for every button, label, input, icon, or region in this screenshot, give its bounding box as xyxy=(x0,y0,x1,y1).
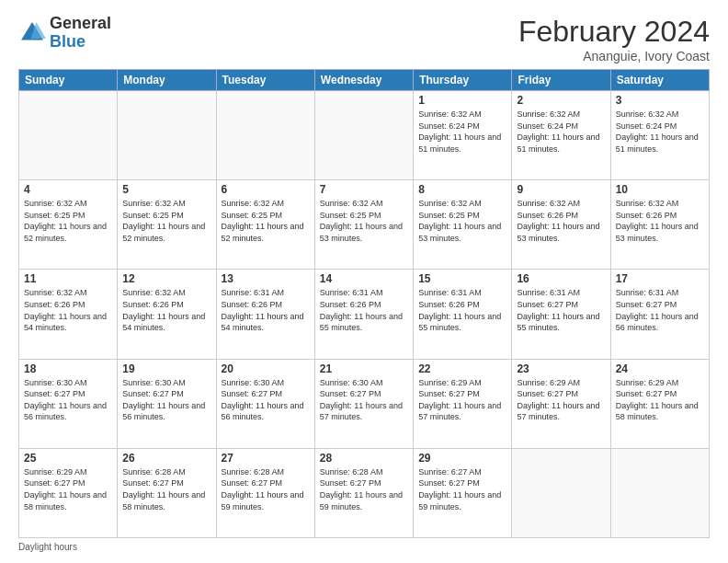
month-title: February 2024 xyxy=(518,15,710,49)
logo-icon xyxy=(18,19,46,47)
calendar-cell: 5Sunrise: 6:32 AMSunset: 6:25 PMDaylight… xyxy=(118,180,216,270)
day-info: Sunrise: 6:28 AMSunset: 6:27 PMDaylight:… xyxy=(122,466,210,512)
day-number: 16 xyxy=(517,272,605,285)
weekday-header-wednesday: Wednesday xyxy=(314,70,413,91)
day-number: 26 xyxy=(122,452,210,465)
day-info: Sunrise: 6:32 AMSunset: 6:25 PMDaylight:… xyxy=(222,198,310,244)
calendar-cell: 20Sunrise: 6:30 AMSunset: 6:27 PMDayligh… xyxy=(216,359,314,448)
day-info: Sunrise: 6:32 AMSunset: 6:26 PMDaylight:… xyxy=(122,287,210,333)
logo: General Blue xyxy=(18,15,111,52)
day-info: Sunrise: 6:32 AMSunset: 6:25 PMDaylight:… xyxy=(418,198,506,244)
day-number: 23 xyxy=(517,362,605,375)
calendar-cell: 27Sunrise: 6:28 AMSunset: 6:27 PMDayligh… xyxy=(216,448,314,537)
calendar-table: SundayMondayTuesdayWednesdayThursdayFrid… xyxy=(18,69,710,538)
weekday-header-thursday: Thursday xyxy=(414,70,512,91)
weekday-header-saturday: Saturday xyxy=(610,70,709,91)
calendar-cell: 6Sunrise: 6:32 AMSunset: 6:25 PMDaylight… xyxy=(216,180,314,270)
day-info: Sunrise: 6:29 AMSunset: 6:27 PMDaylight:… xyxy=(418,377,506,423)
calendar-cell: 15Sunrise: 6:31 AMSunset: 6:26 PMDayligh… xyxy=(414,270,512,359)
header: General Blue February 2024 Ananguie, Ivo… xyxy=(18,15,710,63)
calendar-week-3: 11Sunrise: 6:32 AMSunset: 6:26 PMDayligh… xyxy=(19,270,710,359)
day-number: 2 xyxy=(517,94,605,107)
calendar-cell xyxy=(216,91,314,180)
calendar-cell: 28Sunrise: 6:28 AMSunset: 6:27 PMDayligh… xyxy=(314,448,413,537)
day-number: 7 xyxy=(320,183,408,196)
calendar-week-4: 18Sunrise: 6:30 AMSunset: 6:27 PMDayligh… xyxy=(19,359,710,448)
weekday-header-friday: Friday xyxy=(512,70,610,91)
calendar-cell: 14Sunrise: 6:31 AMSunset: 6:26 PMDayligh… xyxy=(314,270,413,359)
day-number: 12 xyxy=(122,272,210,285)
day-info: Sunrise: 6:27 AMSunset: 6:27 PMDaylight:… xyxy=(418,466,506,512)
day-number: 8 xyxy=(418,183,506,196)
location-subtitle: Ananguie, Ivory Coast xyxy=(518,49,710,63)
day-number: 28 xyxy=(320,452,408,465)
calendar-cell: 11Sunrise: 6:32 AMSunset: 6:26 PMDayligh… xyxy=(19,270,118,359)
day-info: Sunrise: 6:30 AMSunset: 6:27 PMDaylight:… xyxy=(222,377,310,423)
day-number: 20 xyxy=(222,362,310,375)
day-number: 22 xyxy=(418,362,506,375)
calendar-week-5: 25Sunrise: 6:29 AMSunset: 6:27 PMDayligh… xyxy=(19,448,710,537)
logo-general: General xyxy=(50,15,111,33)
calendar-cell: 21Sunrise: 6:30 AMSunset: 6:27 PMDayligh… xyxy=(314,359,413,448)
day-info: Sunrise: 6:32 AMSunset: 6:25 PMDaylight:… xyxy=(122,198,210,244)
calendar-cell: 23Sunrise: 6:29 AMSunset: 6:27 PMDayligh… xyxy=(512,359,610,448)
day-info: Sunrise: 6:32 AMSunset: 6:24 PMDaylight:… xyxy=(418,109,506,155)
day-number: 13 xyxy=(222,272,310,285)
day-number: 24 xyxy=(616,362,704,375)
calendar-cell: 7Sunrise: 6:32 AMSunset: 6:25 PMDaylight… xyxy=(314,180,413,270)
calendar-cell xyxy=(314,91,413,180)
calendar-cell: 10Sunrise: 6:32 AMSunset: 6:26 PMDayligh… xyxy=(610,180,709,270)
calendar-cell: 29Sunrise: 6:27 AMSunset: 6:27 PMDayligh… xyxy=(414,448,512,537)
calendar-body: 1Sunrise: 6:32 AMSunset: 6:24 PMDaylight… xyxy=(19,91,710,538)
calendar-cell: 22Sunrise: 6:29 AMSunset: 6:27 PMDayligh… xyxy=(414,359,512,448)
day-number: 3 xyxy=(616,94,704,107)
day-info: Sunrise: 6:31 AMSunset: 6:26 PMDaylight:… xyxy=(222,287,310,333)
calendar-week-1: 1Sunrise: 6:32 AMSunset: 6:24 PMDaylight… xyxy=(19,91,710,180)
day-info: Sunrise: 6:32 AMSunset: 6:24 PMDaylight:… xyxy=(616,109,704,155)
calendar-cell: 4Sunrise: 6:32 AMSunset: 6:25 PMDaylight… xyxy=(19,180,118,270)
day-number: 10 xyxy=(616,183,704,196)
day-number: 1 xyxy=(418,94,506,107)
day-info: Sunrise: 6:28 AMSunset: 6:27 PMDaylight:… xyxy=(222,466,310,512)
logo-blue: Blue xyxy=(50,33,111,52)
page: General Blue February 2024 Ananguie, Ivo… xyxy=(0,0,728,563)
day-info: Sunrise: 6:32 AMSunset: 6:26 PMDaylight:… xyxy=(24,287,112,333)
title-block: February 2024 Ananguie, Ivory Coast xyxy=(518,15,710,63)
day-info: Sunrise: 6:28 AMSunset: 6:27 PMDaylight:… xyxy=(320,466,408,512)
weekday-header-sunday: Sunday xyxy=(19,70,118,91)
weekday-header-row: SundayMondayTuesdayWednesdayThursdayFrid… xyxy=(19,70,710,91)
calendar-cell: 1Sunrise: 6:32 AMSunset: 6:24 PMDaylight… xyxy=(414,91,512,180)
day-info: Sunrise: 6:32 AMSunset: 6:26 PMDaylight:… xyxy=(517,198,605,244)
day-number: 29 xyxy=(418,452,506,465)
calendar-cell xyxy=(19,91,118,180)
day-number: 17 xyxy=(616,272,704,285)
day-number: 6 xyxy=(222,183,310,196)
logo-text: General Blue xyxy=(50,15,111,52)
day-info: Sunrise: 6:29 AMSunset: 6:27 PMDaylight:… xyxy=(24,466,112,512)
day-info: Sunrise: 6:31 AMSunset: 6:26 PMDaylight:… xyxy=(320,287,408,333)
day-number: 11 xyxy=(24,272,112,285)
day-number: 21 xyxy=(320,362,408,375)
calendar-cell xyxy=(512,448,610,537)
day-number: 27 xyxy=(222,452,310,465)
day-info: Sunrise: 6:32 AMSunset: 6:25 PMDaylight:… xyxy=(320,198,408,244)
day-number: 5 xyxy=(122,183,210,196)
day-info: Sunrise: 6:29 AMSunset: 6:27 PMDaylight:… xyxy=(517,377,605,423)
day-number: 4 xyxy=(24,183,112,196)
weekday-header-tuesday: Tuesday xyxy=(216,70,314,91)
weekday-header-monday: Monday xyxy=(118,70,216,91)
day-info: Sunrise: 6:31 AMSunset: 6:27 PMDaylight:… xyxy=(616,287,704,333)
calendar-cell: 17Sunrise: 6:31 AMSunset: 6:27 PMDayligh… xyxy=(610,270,709,359)
calendar-cell: 24Sunrise: 6:29 AMSunset: 6:27 PMDayligh… xyxy=(610,359,709,448)
footer-note: Daylight hours xyxy=(18,542,710,552)
calendar-cell: 8Sunrise: 6:32 AMSunset: 6:25 PMDaylight… xyxy=(414,180,512,270)
calendar-week-2: 4Sunrise: 6:32 AMSunset: 6:25 PMDaylight… xyxy=(19,180,710,270)
calendar-cell xyxy=(118,91,216,180)
calendar-cell: 26Sunrise: 6:28 AMSunset: 6:27 PMDayligh… xyxy=(118,448,216,537)
calendar-cell xyxy=(610,448,709,537)
day-number: 15 xyxy=(418,272,506,285)
calendar-cell: 25Sunrise: 6:29 AMSunset: 6:27 PMDayligh… xyxy=(19,448,118,537)
day-number: 9 xyxy=(517,183,605,196)
day-info: Sunrise: 6:30 AMSunset: 6:27 PMDaylight:… xyxy=(320,377,408,423)
day-number: 14 xyxy=(320,272,408,285)
